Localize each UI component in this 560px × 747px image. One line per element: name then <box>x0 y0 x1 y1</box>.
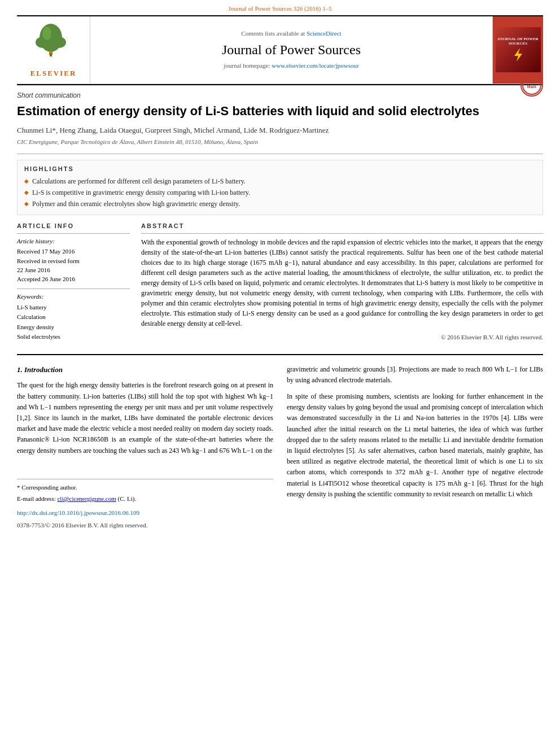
intro-para-right-2: In spite of these promising numbers, sci… <box>287 391 543 500</box>
svg-text:Mark: Mark <box>527 85 536 89</box>
highlights-section: HIGHLIGHTS ◆ Calculations are performed … <box>17 160 543 216</box>
two-col-body: 1. Introduction The quest for the high e… <box>17 364 543 531</box>
divider-1 <box>17 154 543 154</box>
article-history: Article history: Received 17 May 2016 Re… <box>17 237 130 284</box>
article-info-column: ARTICLE INFO Article history: Received 1… <box>17 222 130 342</box>
copyright-line: © 2016 Elsevier B.V. All rights reserved… <box>141 333 543 342</box>
issn-line: 0378-7753/© 2016 Elsevier B.V. All right… <box>17 521 273 531</box>
main-content: 1. Introduction The quest for the high e… <box>17 354 543 531</box>
keywords-section: Keywords: Li-S battery Calculation Energ… <box>17 289 130 342</box>
keyword-2: Calculation <box>17 313 130 321</box>
sciencedirect-text: Contents lists available at ScienceDirec… <box>241 29 341 38</box>
info-abstract-section: ARTICLE INFO Article history: Received 1… <box>17 222 543 342</box>
journal-reference: Journal of Power Sources 326 (2016) 1–5 <box>0 0 560 15</box>
journal-homepage-link[interactable]: www.elsevier.com/locate/jpowsour <box>272 62 358 69</box>
article-section-label: Short communication <box>17 91 543 101</box>
crossmark-svg: Cross Mark <box>522 75 542 95</box>
highlight-item-1: ◆ Calculations are performed for differe… <box>24 177 536 186</box>
header-top-row: ELSEVIER Contents lists available at Sci… <box>17 16 543 84</box>
bullet-2: ◆ <box>24 189 29 196</box>
doi-section: http://dx.doi.org/10.1016/j.jpowsour.201… <box>17 508 273 518</box>
elsevier-logo-box: ELSEVIER <box>17 16 90 83</box>
intro-para-right-1: gravimetric and volumetric grounds [3]. … <box>287 364 543 386</box>
bullet-1: ◆ <box>24 177 29 185</box>
article-title: Estimation of energy density of Li-S bat… <box>17 103 543 120</box>
keyword-3: Energy density <box>17 323 130 331</box>
svg-point-3 <box>53 37 66 48</box>
affiliation: CIC Energigune, Parque Tecnológico de Ál… <box>17 138 543 146</box>
power-icon <box>510 46 527 63</box>
revised-label: Received in revised form <box>17 257 130 265</box>
svg-point-4 <box>42 27 51 40</box>
body-col-right: gravimetric and volumetric grounds [3]. … <box>287 364 543 531</box>
keywords-title: Keywords: <box>17 292 130 301</box>
email-link[interactable]: cli@cicenergigune.com <box>57 495 116 502</box>
footnotes-section: * Corresponding author. E-mail address: … <box>17 479 273 504</box>
journal-homepage: journal homepage: www.elsevier.com/locat… <box>224 62 358 70</box>
keyword-1: Li-S battery <box>17 303 130 312</box>
article-info-title: ARTICLE INFO <box>17 222 130 233</box>
history-label: Article history: <box>17 237 130 246</box>
bullet-3: ◆ <box>24 200 29 208</box>
highlight-item-3: ◆ Polymer and thin ceramic electrolytes … <box>24 199 536 209</box>
svg-marker-7 <box>514 48 522 62</box>
email-note: E-mail address: cli@cicenergigune.com (C… <box>17 494 273 504</box>
body-col-left: 1. Introduction The quest for the high e… <box>17 364 273 531</box>
elsevier-logo <box>25 21 82 66</box>
article-body: Cross Mark Short communication Estimatio… <box>0 85 560 542</box>
abstract-column: ABSTRACT With the exponential growth of … <box>141 222 543 342</box>
corresponding-author-note: * Corresponding author. <box>17 483 273 493</box>
received-date: Received 17 May 2016 <box>17 247 130 256</box>
intro-para-1: The quest for the high energy density ba… <box>17 380 273 456</box>
keyword-4: Solid electrolytes <box>17 333 130 341</box>
svg-text:Cross: Cross <box>526 80 537 84</box>
crossmark-area: Cross Mark <box>520 74 543 97</box>
journal-main-title: Journal of Power Sources <box>222 41 361 60</box>
crossmark-icon: Cross Mark <box>520 74 543 97</box>
cover-placeholder: JOURNAL OF POWER SOURCES <box>496 27 541 72</box>
authors-list: Chunmei Li*, Heng Zhang, Laida Otaegui, … <box>17 125 543 136</box>
abstract-text: With the exponential growth of technolog… <box>141 237 543 329</box>
highlight-item-2: ◆ Li-S is competitive in gravimetric ene… <box>24 188 536 198</box>
revised-date: 22 June 2016 <box>17 266 130 274</box>
accepted-date: Accepted 26 June 2016 <box>17 275 130 283</box>
sciencedirect-link[interactable]: ScienceDirect <box>307 30 342 37</box>
footnotes: * Corresponding author. E-mail address: … <box>17 479 273 531</box>
page: Journal of Power Sources 326 (2016) 1–5 <box>0 0 560 747</box>
intro-heading: 1. Introduction <box>17 364 273 376</box>
journal-title-box: Contents lists available at ScienceDirec… <box>90 16 492 83</box>
title-section: Cross Mark Short communication Estimatio… <box>17 91 543 120</box>
elsevier-brand-text: ELSEVIER <box>30 68 77 78</box>
doi-link[interactable]: http://dx.doi.org/10.1016/j.jpowsour.201… <box>17 509 139 516</box>
elsevier-tree-icon <box>25 21 76 58</box>
journal-header: ELSEVIER Contents lists available at Sci… <box>17 15 543 85</box>
journal-ref-text: Journal of Power Sources 326 (2016) 1–5 <box>228 5 331 12</box>
abstract-title: ABSTRACT <box>141 222 543 233</box>
svg-rect-6 <box>50 54 52 56</box>
highlights-title: HIGHLIGHTS <box>24 165 536 173</box>
